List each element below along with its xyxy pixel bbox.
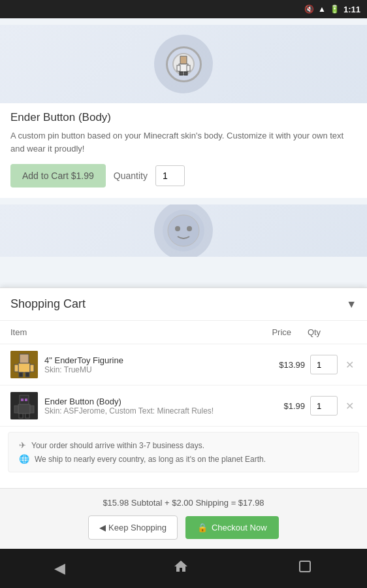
item-info-1: 4" EnderToy Figurine Skin: TrueMU (44, 355, 253, 374)
svg-rect-14 (14, 365, 18, 372)
item-qty-input-1[interactable] (310, 355, 338, 374)
back-button[interactable]: ◀ (54, 560, 65, 577)
status-time: 1:11 (343, 5, 360, 14)
plane-icon: ✈ (19, 440, 26, 450)
item-price-2: $1.99 (253, 401, 305, 411)
col-header-remove (337, 327, 357, 337)
col-header-item: Item (10, 327, 239, 337)
item-info-2: Ender Button (Body) Skin: ASFJerome, Cus… (44, 397, 253, 416)
remove-item-button-2[interactable]: ✕ (343, 400, 357, 412)
cart-buttons: ◀ Keep Shopping 🔒 Checkout Now (10, 515, 357, 540)
svg-rect-22 (30, 406, 34, 413)
svg-point-9 (175, 226, 180, 231)
quantity-label: Quantity (114, 171, 148, 181)
item-name-2: Ender Button (Body) (44, 397, 253, 406)
checkout-button[interactable]: 🔒 Checkout Now (185, 516, 279, 539)
col-header-qty: Qty (291, 327, 337, 337)
cart-title: Shopping Cart (10, 297, 86, 311)
item-thumb-2 (10, 392, 38, 419)
svg-point-8 (168, 215, 199, 246)
lock-icon: 🔒 (197, 523, 208, 532)
nav-bar: ◀ (0, 549, 367, 588)
svg-rect-16 (19, 372, 23, 377)
cart-table-header: Item Price Qty (0, 321, 367, 344)
item-price-1: $13.99 (253, 360, 305, 370)
mute-icon: 🔇 (304, 5, 314, 14)
item-sub-1: Skin: TrueMU (44, 365, 253, 374)
item-name-1: 4" EnderToy Figurine (44, 355, 253, 365)
quantity-input[interactable] (155, 165, 185, 186)
svg-rect-21 (14, 406, 18, 413)
svg-point-10 (187, 226, 192, 231)
svg-rect-13 (18, 363, 30, 372)
cart-info-row-1: ✈ Your order should arrive within 3-7 bu… (19, 440, 348, 450)
wifi-icon: ▲ (318, 5, 326, 14)
product-image-circle (154, 35, 213, 93)
item-qty-input-2[interactable] (310, 396, 338, 416)
home-button[interactable] (173, 559, 189, 578)
svg-rect-3 (177, 65, 180, 71)
status-bar: 🔇 ▲ 🔋 1:11 (0, 0, 367, 18)
product-image-circle-2 (154, 204, 213, 257)
checkout-label: Checkout Now (212, 523, 267, 532)
item-thumb-1 (10, 351, 38, 378)
product-title-1: Ender Button (Body) (10, 111, 357, 124)
shopping-cart-panel: Shopping Cart ▼ Item Price Qty (0, 287, 367, 549)
cart-info-section: ✈ Your order should arrive within 3-7 bu… (8, 432, 359, 472)
add-to-cart-button[interactable]: Add to Cart $1.99 (10, 164, 106, 188)
svg-rect-5 (180, 72, 183, 75)
cart-info-row-2: 🌐 We ship to nearly every country, as lo… (19, 454, 348, 464)
svg-rect-4 (187, 65, 190, 71)
product-desc-1: A custom pin button based on your Minecr… (10, 129, 357, 155)
svg-rect-17 (25, 372, 29, 377)
product-card-2 (0, 204, 367, 257)
product-actions-1: Add to Cart $1.99 Quantity (10, 164, 357, 188)
cart-dropdown-icon[interactable]: ▼ (346, 299, 357, 310)
svg-rect-26 (25, 399, 27, 401)
col-header-price: Price (239, 327, 291, 337)
svg-rect-27 (300, 561, 310, 572)
svg-rect-23 (19, 414, 23, 418)
cart-table: Item Price Qty 4" EnderToy Figurine (0, 321, 367, 488)
totals-line: $15.98 Subtotal + $2.00 Shipping = $17.9… (103, 498, 264, 508)
product-image-area-1 (0, 25, 367, 103)
cart-totals: $15.98 Subtotal + $2.00 Shipping = $17.9… (10, 498, 357, 508)
recent-apps-button[interactable] (297, 559, 313, 578)
svg-rect-1 (180, 56, 187, 64)
table-row: Ender Button (Body) Skin: ASFJerome, Cus… (0, 385, 367, 427)
svg-rect-6 (184, 72, 187, 75)
product-info-1: Ender Button (Body) A custom pin button … (0, 103, 367, 198)
pin-icon (166, 46, 202, 82)
table-row: 4" EnderToy Figurine Skin: TrueMU $13.99… (0, 344, 367, 385)
svg-rect-25 (21, 399, 24, 401)
remove-item-button-1[interactable]: ✕ (343, 359, 357, 371)
item-sub-2: Skin: ASFJerome, Custom Text: Minecraft … (44, 406, 253, 416)
info-text-2: We ship to nearly every country, as long… (35, 455, 266, 464)
svg-rect-20 (18, 404, 30, 414)
svg-rect-15 (30, 365, 34, 372)
product-image-area-2 (0, 204, 367, 257)
info-text-1: Your order should arrive within 3-7 busi… (31, 441, 204, 450)
battery-icon: 🔋 (330, 5, 340, 14)
svg-rect-24 (25, 414, 29, 418)
cart-header: Shopping Cart ▼ (0, 288, 367, 321)
status-icons: 🔇 ▲ 🔋 1:11 (304, 5, 360, 14)
keep-shopping-button[interactable]: ◀ Keep Shopping (88, 515, 178, 540)
svg-rect-12 (20, 354, 29, 363)
cart-footer: $15.98 Subtotal + $2.00 Shipping = $17.9… (0, 488, 367, 549)
globe-icon: 🌐 (19, 454, 29, 464)
product-card-1: Ender Button (Body) A custom pin button … (0, 25, 367, 198)
